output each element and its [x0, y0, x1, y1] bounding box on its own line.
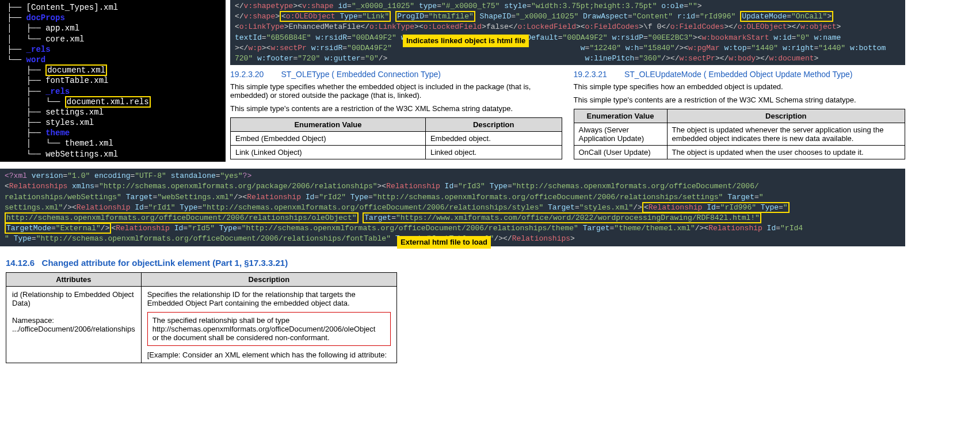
- document-xml-rels-snippet: <?xml version="1.0" encoding="UTF-8" sta…: [0, 169, 905, 246]
- tree-file: theme1.xml: [65, 139, 113, 148]
- document-xml-snippet: </v:shapetype><v:shape id="_x0000_i1025"…: [230, 0, 905, 65]
- spec-right-p2: This simple type's contents are a restri…: [574, 96, 906, 104]
- spec-left-p1: This simple type specifies whether the e…: [230, 82, 562, 100]
- tree-file: document.xml.rels: [65, 96, 151, 108]
- tree-file: document.xml: [45, 64, 107, 76]
- attr-id-label: id (Relationship to Embedded Object Data…: [12, 290, 134, 307]
- tree-folder: _rels: [45, 87, 70, 96]
- table-row: id (Relationship to Embedded Object Data…: [6, 287, 397, 363]
- tree-file: app.xml: [45, 24, 79, 33]
- table-row: Link (Linked Object)Linked object.: [231, 146, 562, 159]
- spec-right-p1: This simple type specifies how an embedd…: [574, 82, 906, 91]
- tree-file: fontTable.xml: [45, 76, 108, 85]
- tree-file: styles.xml: [45, 118, 94, 127]
- tree-file: webSettings.xml: [45, 150, 118, 159]
- tree-file: [Content_Types].xml: [26, 3, 119, 12]
- spec-right-title: 19.2.3.21ST_OLEUpdateMode ( Embedded Obj…: [574, 70, 906, 79]
- table-row: Always (Server Application Update)The ob…: [574, 123, 905, 146]
- bottom-spec: 14.12.6 Changed attribute for objectLink…: [0, 246, 403, 375]
- spec-right-table: Enumeration ValueDescription Always (Ser…: [574, 109, 906, 159]
- callout-external-html: External html file to load: [397, 236, 491, 249]
- attr-ns: .../officeDocument/2006/relationships: [12, 325, 135, 333]
- table-row: OnCall (User Update)The object is update…: [574, 146, 905, 159]
- bottom-title: 14.12.6 Changed attribute for objectLink…: [6, 258, 397, 268]
- tree-folder: word: [26, 55, 46, 64]
- conformance-note: The specified relationship shall be of t…: [147, 312, 391, 346]
- table-row: Embed (Embedded Object)Embedded object.: [231, 132, 562, 146]
- tree-file: settings.xml: [45, 108, 104, 117]
- callout-linked-object: Indicates linked object is html file: [403, 35, 529, 47]
- attr-ns-label: Namespace:: [12, 316, 54, 325]
- spec-left-title: 19.2.3.20ST_OLEType ( Embedded Connectio…: [230, 70, 562, 79]
- spec-area: 19.2.3.20ST_OLEType ( Embedded Connectio…: [230, 65, 980, 164]
- attr-desc: Specifies the relationship ID for the re…: [147, 290, 356, 307]
- tree-folder: docProps: [26, 13, 65, 22]
- file-tree: ├── [Content_Types].xml├── docProps│ ├──…: [0, 0, 226, 162]
- attr-table: AttributesDescription id (Relationship t…: [6, 272, 397, 363]
- spec-left-table: Enumeration ValueDescription Embed (Embe…: [230, 117, 562, 159]
- spec-left-p2: This simple type's contents are a restri…: [230, 104, 562, 113]
- example-text: [Example: Consider an XML element which …: [147, 351, 387, 359]
- tree-folder: theme: [45, 128, 70, 138]
- tree-file: core.xml: [45, 35, 84, 44]
- tree-folder: _rels: [26, 45, 51, 54]
